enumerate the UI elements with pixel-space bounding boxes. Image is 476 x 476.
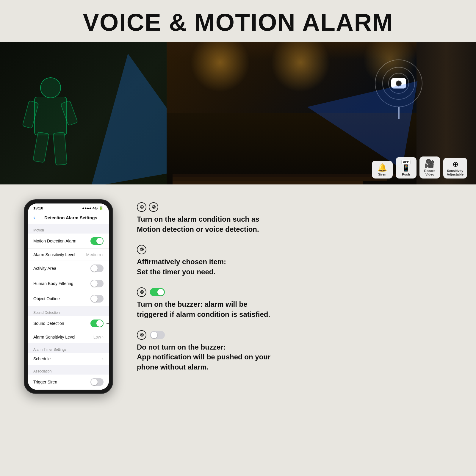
toggle-demo-on [150,288,165,296]
sensitivity-sound-arrow: › [102,335,104,339]
annotation-4: ④ [107,378,109,386]
phone-row-human-body: Human Body Filtering [28,276,109,291]
trigger-siren-label: Trigger Siren [33,380,90,384]
instruction-block-4-off: ④ Do not turn on the buzzer: App notific… [137,330,452,372]
sensitivity-motion-label: Alarm Sensitivity Level [33,252,86,257]
trigger-siren-knob [91,379,98,385]
instruction-text-1-2: Turn on the alarm condition such as Moti… [137,214,452,234]
activity-area-toggle[interactable] [90,264,104,272]
sensitivity-motion-arrow: › [102,252,104,257]
phone-time: 13:10 [33,206,43,210]
step-with-toggle-on: ④ [137,287,452,297]
right-content: ① ② Turn on the alarm condition such as … [137,199,452,458]
hero-icons-panel: 🔔 Siren APP 📱 Push 🎥 RecordVideo ⊕ Sensi… [372,156,467,178]
phone-back-button[interactable]: ‹ [33,214,35,221]
phone-mockup: 13:10 ●●●● 4G 🔋 ‹ Detection Alarm Settin… [24,199,113,394]
phone-row-object-outline: Object Outline [28,291,109,306]
step-circle-2: ② [149,202,158,212]
phone-nav-title: Detection Alarm Settings [38,215,104,220]
record-video-icon-item: 🎥 RecordVideo [419,156,440,178]
instruction-block-4-on: ④ Turn on the buzzer: alarm will be trig… [137,287,452,319]
record-video-icon: 🎥 [425,159,435,168]
phone-row-sound-detection: Sound Detection ② [28,316,109,331]
sensitivity-icon-item: ⊕ SensitivityAdjustable [443,158,467,178]
phone-container: 13:10 ●●●● 4G 🔋 ‹ Detection Alarm Settin… [24,199,119,458]
human-body-label: Human Body Filtering [33,281,90,286]
trigger-siren-toggle[interactable] [90,378,104,386]
instruction-block-1-2: ① ② Turn on the alarm condition such as … [137,202,452,234]
sound-detection-toggle[interactable] [90,320,104,327]
step-circle-3: ③ [137,245,146,254]
annotation-3: ③ [107,355,109,363]
phone-section-motion: Motion [28,224,109,234]
phone-section-timer: Alarm Timer Settings [28,343,109,353]
siren-label: Siren [378,173,386,176]
step-numbers-1-2: ① ② [137,202,452,212]
record-video-label: RecordVideo [424,169,436,176]
human-body-knob [91,280,98,287]
phone-section-sound: Sound Detection [28,306,109,316]
siren-icon-item: 🔔 Siren [372,161,393,178]
activity-area-label: Activity Area [33,266,90,271]
object-outline-label: Object Outline [33,296,90,301]
phone-signal: ●●●● 4G 🔋 [82,206,104,210]
burglar-torso [34,97,67,135]
motion-detection-knob [96,238,103,244]
human-body-toggle[interactable] [90,280,104,287]
annotation-line-2 [107,323,109,324]
push-label: Push [402,173,410,176]
phone-screen: 13:10 ●●●● 4G 🔋 ‹ Detection Alarm Settin… [28,203,109,390]
camera-beam [300,63,418,169]
burglar-leg-left [33,131,50,163]
phone-status-bar: 13:10 ●●●● 4G 🔋 [28,203,109,212]
sensitivity-sound-label: Alarm Sensitivity Level [33,335,93,339]
push-icon: APP 📱 [401,160,411,171]
annotation-line-1 [107,241,109,241]
phone-row-activity-area: Activity Area [28,261,109,276]
phone-row-sensitivity-motion[interactable]: Alarm Sensitivity Level Medium › [28,249,109,261]
push-icon-item: APP 📱 Push [396,157,416,178]
step-circle-1: ① [137,202,146,212]
step-circle-4-on: ④ [137,287,146,297]
siren-icon: 🔔 [378,164,387,171]
motion-detection-label: Motion Detection Alarm [33,239,90,243]
step-with-toggle-off: ④ [137,330,452,340]
sound-detection-label: Sound Detection [33,321,90,326]
instruction-text-4-off: Do not turn on the buzzer: App notificat… [137,342,452,372]
instruction-text-3: Affirmatively chosen item: Set the timer… [137,257,452,277]
phone-row-motion-detection: Motion Detection Alarm ① [28,234,109,249]
toggle-demo-off [150,331,165,339]
lower-section: 13:10 ●●●● 4G 🔋 ‹ Detection Alarm Settin… [0,184,476,470]
warm-light-1 [190,42,250,92]
step-circle-4-off: ④ [137,330,146,340]
phone-section-association: Association [28,365,109,375]
instruction-text-4-on: Turn on the buzzer: alarm will be trigge… [137,299,452,319]
step-numbers-3: ③ [137,245,452,254]
burglar-head [40,77,61,98]
sensitivity-sound-value: Low [93,335,101,339]
page-title: VOICE & MOTION ALARM [0,8,476,36]
phone-row-schedule[interactable]: Schedule › ③ [28,353,109,365]
burglar-leg-right [53,132,67,165]
hero-section: 🔔 Siren APP 📱 Push 🎥 RecordVideo ⊕ Sensi… [0,42,476,184]
schedule-label: Schedule [33,356,102,361]
schedule-arrow: › [102,356,104,361]
annotation-2: ② [107,320,109,327]
activity-area-knob [91,265,98,272]
sensitivity-icon: ⊕ [452,161,458,168]
object-outline-knob [91,295,98,302]
sound-detection-knob [96,320,103,327]
phone-row-trigger-siren: Trigger Siren ④ [28,375,109,390]
title-section: VOICE & MOTION ALARM [0,0,476,42]
phone-row-sensitivity-sound[interactable]: Alarm Sensitivity Level Low › [28,331,109,343]
burglar-figure [24,77,77,167]
sensitivity-motion-value: Medium [86,252,101,257]
phone-nav-bar: ‹ Detection Alarm Settings [28,212,109,224]
annotation-line-3 [107,359,109,359]
object-outline-toggle[interactable] [90,295,104,303]
annotation-line-4 [107,382,109,382]
annotation-1: ① [107,237,109,245]
motion-detection-toggle[interactable] [90,237,104,245]
sensitivity-label: SensitivityAdjustable [447,169,464,176]
instruction-block-3: ③ Affirmatively chosen item: Set the tim… [137,245,452,277]
